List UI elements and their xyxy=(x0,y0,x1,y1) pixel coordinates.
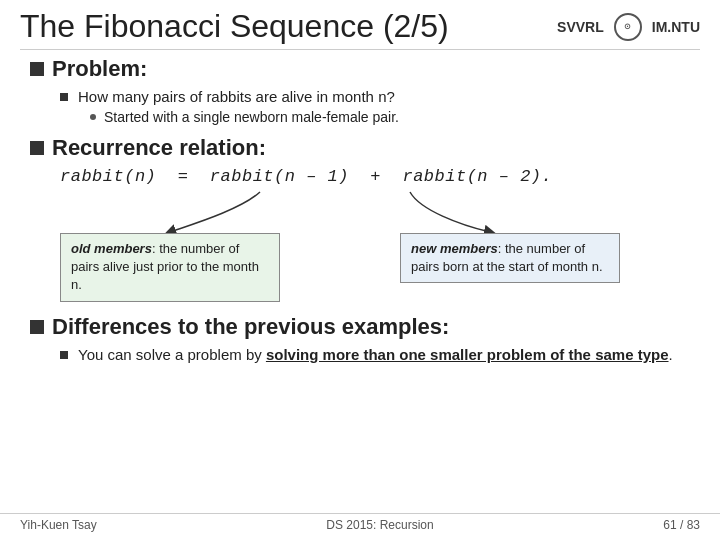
section2: Recurrence relation: rabbit(n) = rabbit(… xyxy=(30,135,690,302)
main-content: Problem: How many pairs of rabbits are a… xyxy=(0,50,720,373)
bullet-square-1 xyxy=(30,62,44,76)
svvrl-label: SVVRL xyxy=(557,19,604,35)
section3-title: Differences to the previous examples: xyxy=(52,314,449,340)
section3: Differences to the previous examples: Yo… xyxy=(30,314,690,363)
annotation-right: new members: the number of pairs born at… xyxy=(400,233,620,283)
subsub-item-1: Started with a single newborn male-femal… xyxy=(90,109,690,125)
bullet-square-3 xyxy=(30,320,44,334)
sub-item-3-prefix: You can solve a problem by xyxy=(78,346,266,363)
arrow-svg xyxy=(60,190,640,235)
section2-title: Recurrence relation: xyxy=(52,135,266,161)
footer-right: 61 / 83 xyxy=(663,518,700,532)
annotation-left-label: old members xyxy=(71,241,152,256)
annotation-row: old members: the number of pairs alive j… xyxy=(60,233,690,302)
imntu-label: IM.NTU xyxy=(652,19,700,35)
header: The Fibonacci Sequence (2/5) SVVRL ⊙ IM.… xyxy=(0,0,720,49)
section2-heading: Recurrence relation: xyxy=(30,135,690,161)
footer-left: Yih-Kuen Tsay xyxy=(20,518,97,532)
logo-circle-svvrl: ⊙ xyxy=(614,13,642,41)
sub-item-3-text: You can solve a problem by solving more … xyxy=(78,346,673,363)
subsub-bullet-1 xyxy=(90,114,96,120)
sub-bullet-1 xyxy=(60,93,68,101)
recurrence-formula: rabbit(n) = rabbit(n – 1) + rabbit(n – 2… xyxy=(60,167,690,186)
page-title: The Fibonacci Sequence (2/5) xyxy=(20,8,449,45)
sub-item-3-bold: solving more than one smaller problem of… xyxy=(266,346,669,363)
sub-bullet-3 xyxy=(60,351,68,359)
footer-center: DS 2015: Recursion xyxy=(326,518,433,532)
section1-title: Problem: xyxy=(52,56,147,82)
sub-item-1-text: How many pairs of rabbits are alive in m… xyxy=(78,88,395,105)
sub-item-3-suffix: . xyxy=(669,346,673,363)
section1-heading: Problem: xyxy=(30,56,690,82)
annotation-right-label: new members xyxy=(411,241,498,256)
bullet-square-2 xyxy=(30,141,44,155)
subsub-item-1-text: Started with a single newborn male-femal… xyxy=(104,109,399,125)
annotation-left: old members: the number of pairs alive j… xyxy=(60,233,280,302)
section3-heading: Differences to the previous examples: xyxy=(30,314,690,340)
formula-container: rabbit(n) = rabbit(n – 1) + rabbit(n – 2… xyxy=(52,167,690,302)
sub-item-3: You can solve a problem by solving more … xyxy=(60,346,690,363)
footer: Yih-Kuen Tsay DS 2015: Recursion 61 / 83 xyxy=(0,513,720,532)
sub-item-1: How many pairs of rabbits are alive in m… xyxy=(60,88,690,105)
header-logos: SVVRL ⊙ IM.NTU xyxy=(557,13,700,41)
